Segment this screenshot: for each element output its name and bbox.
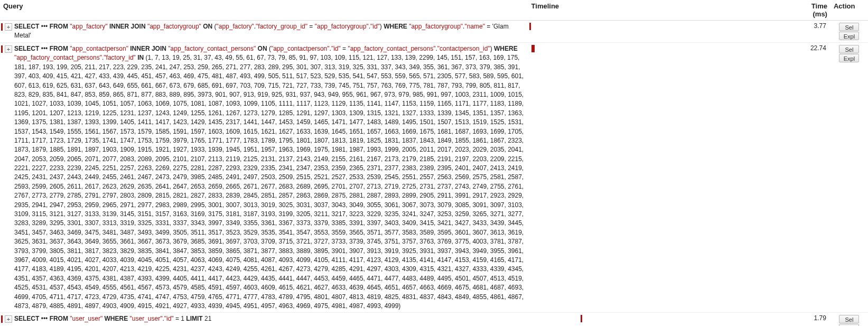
query-row: +SELECT ••• FROM "app_contactperson" INN… <box>0 43 868 313</box>
expand-button[interactable]: + <box>5 45 12 53</box>
sql-text: SELECT ••• FROM "app_contactperson" INNE… <box>14 44 525 311</box>
timeline-cell <box>528 313 792 326</box>
header-time: Time (ms) <box>792 0 830 21</box>
explain-button[interactable]: Expl <box>839 32 859 40</box>
query-row: +SELECT ••• FROM "app_factory" INNER JOI… <box>0 21 868 43</box>
expand-button[interactable]: + <box>5 23 12 31</box>
select-button[interactable]: Sel <box>839 315 859 323</box>
timeline-cell <box>528 43 792 313</box>
action-cell: SelExpl <box>830 21 868 43</box>
query-row: +SELECT ••• FROM "user_user" WHERE "user… <box>0 313 868 326</box>
select-button[interactable]: Sel <box>839 45 859 53</box>
time-ms: 1.79 <box>792 313 830 326</box>
explain-button[interactable]: Expl <box>839 54 859 62</box>
expand-button[interactable]: + <box>5 315 12 323</box>
sql-text: SELECT ••• FROM "user_user" WHERE "user_… <box>14 314 525 323</box>
timeline-bar <box>531 45 535 52</box>
action-cell: SelExpl <box>830 313 868 326</box>
status-tick <box>1 23 3 31</box>
explain-button[interactable]: Expl <box>839 324 859 326</box>
query-cell: +SELECT ••• FROM "user_user" WHERE "user… <box>0 313 528 326</box>
action-cell: SelExpl <box>830 43 868 313</box>
time-ms: 22.74 <box>792 43 830 313</box>
status-tick <box>1 45 3 53</box>
header-timeline: Timeline <box>528 0 792 21</box>
timeline-cell <box>528 21 792 43</box>
select-button[interactable]: Sel <box>839 23 859 31</box>
query-cell: +SELECT ••• FROM "app_factory" INNER JOI… <box>0 21 528 43</box>
sql-text: SELECT ••• FROM "app_factory" INNER JOIN… <box>14 22 525 41</box>
time-ms: 3.77 <box>792 21 830 43</box>
header-action: Action <box>830 0 868 21</box>
sql-queries-table: Query Timeline Time (ms) Action +SELECT … <box>0 0 868 326</box>
query-cell: +SELECT ••• FROM "app_contactperson" INN… <box>0 43 528 313</box>
timeline-bar <box>581 315 582 322</box>
header-query: Query <box>0 0 528 21</box>
timeline-bar <box>529 23 531 30</box>
status-tick <box>1 315 3 323</box>
